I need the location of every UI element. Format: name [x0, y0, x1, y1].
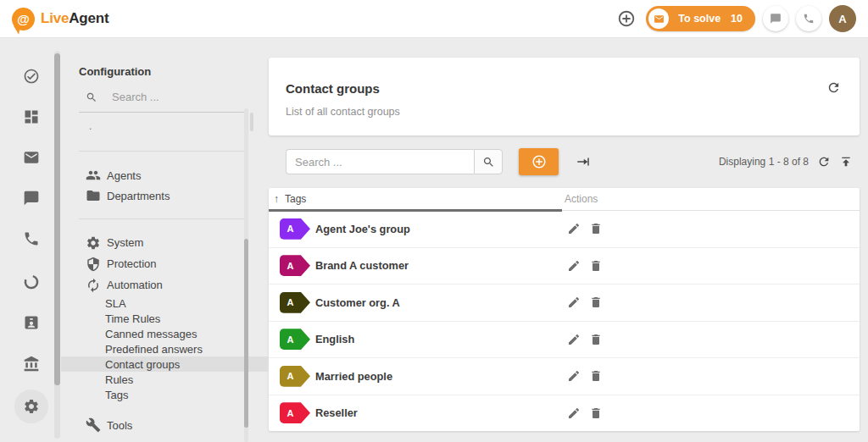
folder-icon: [86, 188, 101, 203]
dashboard-icon: [23, 108, 40, 125]
row-actions: [562, 222, 603, 235]
sidebar-item-rules[interactable]: Rules: [61, 372, 269, 387]
sidebar-menu: AgentsDepartmentsSystemProtectionAutomat…: [61, 165, 269, 435]
arrow-to-top-icon: [839, 155, 853, 169]
sidebar-item-label: System: [107, 236, 143, 249]
delete-button[interactable]: [589, 406, 603, 420]
table-search: [286, 149, 503, 174]
sidebar-item-departments[interactable]: Departments: [61, 185, 269, 206]
page-subtitle: List of all contact groups: [286, 106, 843, 118]
sidebar-item-automation[interactable]: Automation: [61, 274, 269, 296]
to-solve-button[interactable]: To solve 10: [646, 6, 755, 31]
tag-name: Brand A customer: [315, 259, 409, 272]
table-search-button[interactable]: [474, 149, 503, 174]
plus-circle-icon: [617, 9, 636, 28]
rail-item-chats[interactable]: [14, 181, 48, 215]
page-header-card: Contact groups List of all contact group…: [269, 58, 860, 135]
sidebar-item-sla[interactable]: SLA: [61, 296, 269, 311]
edit-button[interactable]: [567, 259, 581, 273]
tag-name: Customer org. A: [315, 296, 400, 309]
delete-button[interactable]: [589, 369, 603, 383]
contact-group-row: AMarried people: [269, 358, 860, 395]
spacer: [61, 402, 269, 415]
sidebar-item-canned-messages[interactable]: Canned messages: [61, 326, 269, 341]
scroll-to-top-button[interactable]: [839, 155, 853, 169]
edit-button[interactable]: [567, 406, 581, 420]
sidebar-item-system[interactable]: System: [61, 232, 269, 253]
liveagent-logo[interactable]: @ LiveAgent: [12, 8, 108, 30]
delete-button[interactable]: [589, 222, 603, 235]
sidebar-search-input[interactable]: [110, 90, 241, 104]
delete-button[interactable]: [589, 259, 603, 273]
to-solve-label: To solve: [678, 13, 721, 25]
chats-button[interactable]: [763, 6, 788, 31]
sidebar-item-time-rules[interactable]: Time Rules: [61, 311, 269, 326]
pencil-icon: [567, 259, 581, 273]
tag-cell: ACustomer org. A: [269, 292, 562, 313]
main-area: Contact groups List of all contact group…: [269, 38, 860, 442]
sidebar-item-label: Time Rules: [105, 312, 160, 325]
tag-chip: A: [280, 292, 310, 313]
refresh-button[interactable]: [826, 80, 841, 95]
inner-scrollbar-thumb[interactable]: [250, 113, 253, 131]
rail-item-tickets[interactable]: [14, 141, 48, 174]
edit-button[interactable]: [567, 296, 581, 309]
pencil-icon: [567, 222, 581, 235]
shield-icon: [86, 257, 101, 272]
add-new-button[interactable]: [615, 7, 638, 30]
rail-item-calls[interactable]: [14, 222, 48, 256]
edit-button[interactable]: [567, 222, 581, 235]
sidebar-item-protection[interactable]: Protection: [61, 253, 269, 274]
rail-item-customers[interactable]: [14, 306, 48, 340]
sidebar-item-tags[interactable]: Tags: [61, 387, 269, 402]
calls-button[interactable]: [796, 6, 821, 31]
tag-name: Agent Joe's group: [315, 223, 410, 235]
tag-chip: A: [280, 329, 310, 350]
donut-icon: [23, 273, 40, 290]
contact-card-icon: [23, 314, 40, 331]
tag-chip-letter: A: [280, 408, 301, 418]
table-toolbar: Displaying 1 - 8 of 8: [269, 135, 860, 188]
edit-button[interactable]: [567, 333, 581, 346]
phone-icon: [803, 13, 815, 25]
sidebar-item-contact-groups[interactable]: Contact groups: [61, 356, 269, 372]
rail-item-resolve[interactable]: [14, 59, 48, 93]
expand-panel-button[interactable]: [576, 154, 591, 169]
delete-button[interactable]: [589, 333, 603, 346]
page-title: Contact groups: [286, 81, 843, 96]
sort-ascending-icon: ↑: [274, 193, 279, 205]
contact-group-row: ABrand A customer: [269, 248, 860, 285]
gear-icon: [86, 235, 101, 251]
icon-rail: [0, 38, 61, 442]
tag-chip: A: [280, 366, 310, 387]
table-search-input[interactable]: [286, 149, 474, 174]
tag-chip-letter: A: [280, 334, 301, 345]
delete-button[interactable]: [589, 296, 603, 309]
sidebar-item-agents[interactable]: Agents: [61, 165, 269, 185]
refresh-list-button[interactable]: [817, 155, 831, 169]
sidebar-item-label: Tags: [105, 389, 128, 401]
rail-item-company[interactable]: [14, 347, 48, 381]
sidebar-scrollbar-thumb[interactable]: [244, 239, 248, 428]
pencil-icon: [567, 369, 581, 383]
sidebar-item-label: Protection: [107, 257, 157, 270]
column-header-tags[interactable]: ↑ Tags: [269, 193, 562, 205]
rail-item-reports[interactable]: [14, 265, 48, 299]
sidebar-item-label: Agents: [107, 169, 141, 182]
sidebar-item-tools[interactable]: Tools: [61, 415, 269, 435]
rail-scrollbar-thumb[interactable]: [54, 53, 60, 385]
rail-item-dashboard[interactable]: [14, 100, 48, 134]
edit-button[interactable]: [567, 369, 581, 383]
rail-item-settings[interactable]: [14, 390, 48, 423]
pencil-icon: [567, 406, 581, 420]
user-avatar[interactable]: A: [829, 5, 856, 32]
phone-icon: [23, 230, 40, 247]
mail-icon: [23, 149, 40, 166]
add-contact-group-button[interactable]: [519, 148, 559, 175]
sidebar-item-predefined-answers[interactable]: Predefined answers: [61, 341, 269, 356]
collapsed-list-item[interactable]: .: [89, 120, 269, 137]
tag-name: Reseller: [315, 406, 358, 419]
chat-icon: [23, 190, 40, 207]
tag-cell: AAgent Joe's group: [269, 218, 562, 240]
search-icon: [482, 156, 495, 169]
